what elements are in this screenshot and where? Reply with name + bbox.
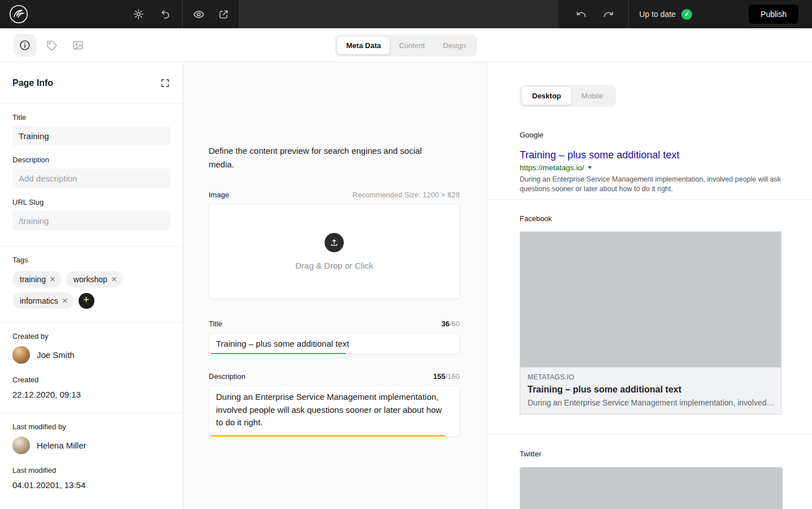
- description-char-current: 155: [433, 372, 446, 381]
- google-result-url-row: https://metatags.io/: [520, 163, 812, 172]
- description-field-header: Description 155/160: [209, 372, 460, 381]
- created-label: Created: [12, 376, 170, 384]
- add-tag-button[interactable]: +: [79, 293, 94, 309]
- modified-by-label: Last modified by: [12, 422, 170, 431]
- modified-timestamp: 04.01.20201, 13:54: [12, 480, 170, 490]
- sidebar-header: Page Info: [0, 62, 183, 103]
- tab-design[interactable]: Design: [434, 37, 474, 54]
- preview-divider: [487, 434, 812, 435]
- created-by-person: Joe Smith: [12, 346, 170, 364]
- revert-icon[interactable]: [158, 7, 173, 21]
- remove-tag-icon[interactable]: ×: [111, 274, 117, 284]
- meta-description-label: Description: [209, 372, 245, 381]
- image-size-hint: Recommended Size: 1200 × 628: [352, 191, 460, 199]
- remove-tag-icon[interactable]: ×: [50, 274, 55, 284]
- page-info-sidebar: Page Info Title Description URL Slug Tag…: [0, 62, 183, 509]
- device-tab-mobile[interactable]: Mobile: [571, 87, 613, 105]
- description-char-count: 155/160: [433, 372, 460, 381]
- google-preview-label: Google: [520, 131, 812, 139]
- sidebar-created-section: Created by Joe Smith Created 22.12.2020,…: [0, 322, 183, 413]
- url-slug-input[interactable]: [12, 211, 170, 230]
- content-tabs: Meta Data Content Design: [335, 34, 477, 57]
- sidebar-tags-section: Tags training × workshop × informatics ×…: [0, 246, 183, 322]
- tab-content[interactable]: Content: [390, 37, 434, 54]
- tag-chip-label: informatics: [20, 296, 58, 305]
- topbar-view-group: [183, 0, 239, 28]
- description-input[interactable]: [12, 169, 170, 188]
- title-field-header: Title 36/60: [209, 320, 460, 328]
- sidebar-fields-section: Title Description URL Slug: [0, 103, 183, 246]
- tag-chip[interactable]: training ×: [12, 271, 61, 287]
- settings-gear-icon[interactable]: [131, 7, 146, 21]
- topbar-right: Up to date ✓ Publish: [558, 0, 812, 28]
- tag-chip[interactable]: workshop ×: [66, 271, 123, 287]
- description-field-label: Description: [12, 156, 170, 164]
- title-field-label: Title: [12, 113, 170, 122]
- image-label: Image: [209, 191, 229, 199]
- google-preview: Training – plus some additional text htt…: [520, 149, 812, 193]
- meta-description-input[interactable]: During an Enterprise Service Management …: [209, 386, 459, 436]
- sidebar-modified-section: Last modified by Helena Miller Last modi…: [0, 413, 183, 503]
- open-external-icon[interactable]: [216, 7, 231, 21]
- title-char-current: 36: [441, 320, 449, 328]
- title-input[interactable]: [12, 126, 170, 145]
- page-info-icon[interactable]: [14, 34, 36, 57]
- meta-description-field: During an Enterprise Service Management …: [209, 386, 460, 437]
- expand-icon[interactable]: [160, 78, 170, 88]
- editor-toolbar: Meta Data Content Design: [0, 28, 812, 62]
- device-tab-desktop[interactable]: Desktop: [522, 87, 571, 105]
- image-dropzone[interactable]: Drag & Drop or Click: [209, 204, 460, 299]
- page-title: Page Info: [12, 78, 53, 88]
- upload-icon: [325, 233, 344, 252]
- meta-title-field: [209, 333, 460, 354]
- meta-title-input[interactable]: [209, 334, 459, 353]
- description-char-limit: /160: [446, 372, 460, 381]
- facebook-image-placeholder: [520, 232, 781, 368]
- title-char-limit: /60: [450, 320, 460, 328]
- created-by-label: Created by: [12, 332, 170, 340]
- facebook-card-footer: METATAGS.IO Training – plus some additio…: [520, 368, 781, 414]
- modified-by-person: Helena Miller: [12, 437, 170, 454]
- tags-label: Tags: [12, 256, 170, 264]
- tag-chip[interactable]: informatics ×: [12, 292, 74, 309]
- tag-list: training × workshop × informatics × +: [12, 271, 170, 309]
- tag-chip-label: training: [20, 275, 46, 284]
- title-progress-bar: [211, 353, 346, 355]
- tab-meta-data[interactable]: Meta Data: [337, 37, 390, 54]
- topbar-left: [0, 0, 182, 28]
- remove-tag-icon[interactable]: ×: [62, 296, 68, 305]
- app-logo-icon[interactable]: [9, 5, 28, 24]
- publish-button[interactable]: Publish: [749, 5, 798, 24]
- preview-eye-icon[interactable]: [191, 7, 206, 21]
- twitter-preview-card: [520, 467, 783, 509]
- created-timestamp: 22.12.2020, 09:13: [12, 390, 170, 399]
- modified-label: Last modified: [12, 466, 170, 475]
- facebook-domain: METATAGS.IO: [528, 373, 774, 381]
- title-char-count: 36/60: [441, 320, 460, 328]
- sync-status: Up to date ✓: [639, 9, 692, 20]
- twitter-preview-label: Twitter: [520, 450, 812, 458]
- topbar-center: [240, 0, 558, 28]
- status-text: Up to date: [639, 10, 676, 19]
- preview-divider: [487, 199, 812, 200]
- image-field-header: Image Recommended Size: 1200 × 628: [209, 191, 460, 199]
- editor-intro-text: Define the content preview for search en…: [209, 144, 435, 171]
- avatar: [12, 346, 30, 364]
- description-progress-bar: [211, 435, 446, 437]
- modified-by-name: Helena Miller: [37, 441, 87, 450]
- google-result-title[interactable]: Training – plus some additional text: [520, 149, 812, 161]
- meta-title-label: Title: [209, 320, 222, 328]
- avatar: [12, 437, 30, 454]
- image-icon[interactable]: [67, 34, 89, 57]
- tag-icon[interactable]: [40, 34, 63, 57]
- dropzone-text: Drag & Drop or Click: [295, 261, 373, 270]
- facebook-preview-label: Facebook: [520, 214, 812, 223]
- status-check-icon: ✓: [681, 9, 692, 20]
- tag-chip-label: workshop: [74, 275, 107, 284]
- undo-icon[interactable]: [574, 7, 589, 21]
- meta-editor: Define the content preview for search en…: [183, 62, 487, 509]
- facebook-preview-card: METATAGS.IO Training – plus some additio…: [520, 231, 781, 415]
- chevron-down-icon[interactable]: [588, 166, 592, 169]
- redo-icon[interactable]: [601, 7, 616, 21]
- google-result-url: https://metatags.io/: [520, 163, 584, 172]
